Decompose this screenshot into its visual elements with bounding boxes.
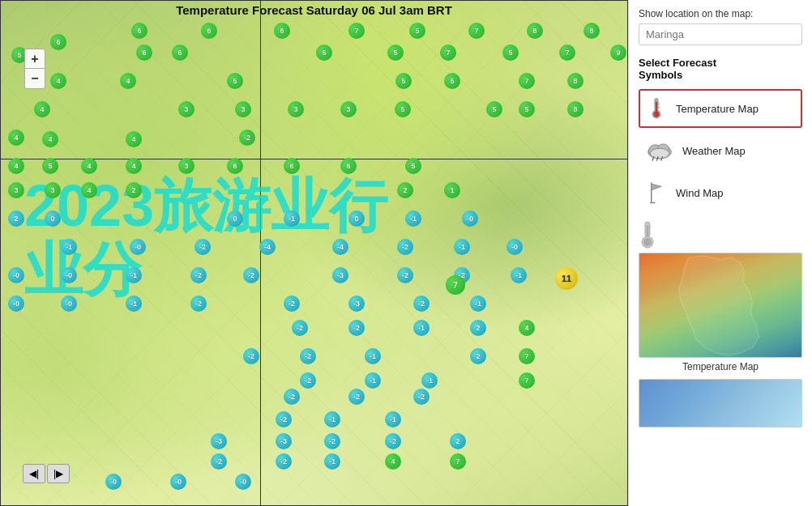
location-input[interactable] <box>639 23 802 45</box>
zoom-in-button[interactable]: + <box>25 49 45 69</box>
sidebar: Show location on the map: Select Forecas… <box>628 0 812 506</box>
svg-rect-17 <box>647 225 649 236</box>
cloud-icon <box>645 139 674 162</box>
forecast-option-temperature-label: Temperature Map <box>676 103 759 115</box>
forecast-option-wind-label: Wind Map <box>676 187 724 199</box>
thumbnail-thermometer-icon <box>639 220 656 249</box>
wind-flag-icon <box>645 181 668 204</box>
svg-point-9 <box>650 148 669 159</box>
map-thumbnail-overlay <box>639 253 801 357</box>
map-thumbnail[interactable] <box>639 253 802 358</box>
forecast-section-title: Select ForecastSymbols <box>639 57 802 81</box>
playback-back-button[interactable]: ◀| <box>23 464 45 483</box>
playback-controls: ◀| |▶ <box>23 464 70 483</box>
forecast-option-weather-label: Weather Map <box>682 145 746 157</box>
location-label: Show location on the map: <box>639 8 802 19</box>
map-thumbnail-label: Temperature Map <box>639 361 802 372</box>
zoom-controls: + − <box>24 49 45 89</box>
playback-forward-button[interactable]: |▶ <box>47 464 70 483</box>
map-gridlines <box>0 0 628 506</box>
map-thumbnail2[interactable] <box>639 379 802 427</box>
svg-rect-2 <box>656 102 657 113</box>
forecast-option-temperature[interactable]: Temperature Map <box>639 89 802 128</box>
map-thumbnail-section: Temperature Map <box>639 220 802 427</box>
map-area: Temperature Forecast Saturday 06 Jul 3am… <box>0 0 628 506</box>
map-title: Temperature Forecast Saturday 06 Jul 3am… <box>0 3 628 17</box>
thermometer-icon <box>645 97 668 120</box>
map-thumbnail2-background <box>639 380 801 427</box>
svg-point-3 <box>654 112 660 117</box>
forecast-option-weather[interactable]: Weather Map <box>639 131 802 170</box>
zoom-out-button[interactable]: − <box>25 69 45 88</box>
forecast-option-wind[interactable]: Wind Map <box>639 173 802 212</box>
svg-point-18 <box>643 238 652 246</box>
